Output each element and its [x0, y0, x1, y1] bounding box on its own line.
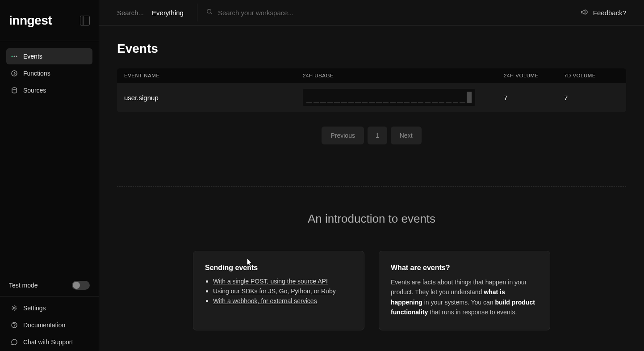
svg-point-8 [207, 9, 211, 13]
sidebar: inngest Events Functions Sources Test mo… [0, 0, 99, 351]
nav-item-chat-support[interactable]: Chat with Support [6, 334, 92, 350]
search-pills: Search... Everything [117, 9, 184, 17]
svg-point-3 [12, 71, 17, 76]
nav-item-events[interactable]: Events [6, 48, 92, 64]
card-what-are-events: What are events? Events are facts about … [379, 251, 550, 330]
usage-cell [303, 89, 504, 106]
col-header-name: EVENT NAME [124, 73, 303, 78]
list-item: Using our SDKs for JS, Go, Python, or Ru… [213, 287, 352, 295]
feedback-label: Feedback? [593, 9, 626, 17]
search-filter[interactable]: Everything [152, 9, 184, 17]
nav-item-settings[interactable]: Settings [6, 300, 92, 316]
gear-icon [11, 304, 18, 312]
sidebar-footer: Settings Documentation Chat with Support [0, 296, 99, 351]
list-item: With a webhook, for external services [213, 297, 352, 305]
col-header-24h: 24H VOLUME [504, 73, 564, 78]
topbar: Search... Everything Feedback? [99, 0, 644, 25]
nav-label: Sources [23, 87, 46, 94]
search-input[interactable] [218, 9, 581, 17]
test-mode-row: Test mode [0, 275, 99, 296]
search-icon [206, 8, 213, 17]
nav-item-functions[interactable]: Functions [6, 65, 92, 81]
sidebar-header: inngest [0, 0, 99, 41]
chat-icon [11, 338, 18, 346]
intro-cards: Sending events With a single POST, using… [117, 251, 626, 330]
page-title: Events [117, 42, 626, 56]
nav-item-sources[interactable]: Sources [6, 82, 92, 98]
divider [197, 4, 197, 21]
svg-point-2 [16, 56, 17, 57]
feedback-button[interactable]: Feedback? [581, 8, 635, 17]
logo: inngest [9, 13, 52, 28]
sources-icon [11, 87, 18, 94]
svg-point-0 [12, 56, 13, 57]
card-title: What are events? [391, 264, 538, 272]
next-button[interactable]: Next [391, 127, 422, 144]
usage-sparkline [303, 89, 475, 106]
card-title: Sending events [205, 264, 352, 272]
collapse-sidebar-button[interactable] [80, 16, 90, 25]
card-text: Events are facts about things that happe… [391, 277, 538, 317]
test-mode-label: Test mode [9, 282, 38, 289]
list-item: With a single POST, using the source API [213, 277, 352, 285]
page-number[interactable]: 1 [368, 127, 387, 144]
main: Search... Everything Feedback? Events EV… [99, 0, 644, 351]
nav-label: Chat with Support [23, 338, 73, 346]
megaphone-icon [581, 8, 589, 17]
svg-point-5 [13, 307, 15, 309]
svg-point-4 [12, 88, 17, 89]
link-source-api[interactable]: With a single POST, using the source API [213, 278, 328, 285]
event-name: user.signup [124, 94, 303, 101]
test-mode-toggle[interactable] [72, 281, 90, 290]
search-label[interactable]: Search... [117, 9, 144, 17]
search-wrap [206, 8, 581, 17]
link-sdks[interactable]: Using our SDKs for JS, Go, Python, or Ru… [213, 288, 336, 295]
link-webhook[interactable]: With a webhook, for external services [213, 297, 317, 304]
help-icon [11, 321, 18, 329]
nav-label: Documentation [23, 321, 65, 329]
table-header: EVENT NAME 24H USAGE 24H VOLUME 7D VOLUM… [117, 68, 626, 83]
nav-item-documentation[interactable]: Documentation [6, 317, 92, 333]
main-nav: Events Functions Sources [0, 41, 99, 275]
content: Events EVENT NAME 24H USAGE 24H VOLUME 7… [99, 25, 644, 351]
vol-24h: 7 [504, 94, 564, 101]
card-sending-events: Sending events With a single POST, using… [193, 251, 364, 330]
divider [117, 186, 626, 187]
pagination: Previous 1 Next [117, 127, 626, 144]
events-table: EVENT NAME 24H USAGE 24H VOLUME 7D VOLUM… [117, 68, 626, 112]
previous-button[interactable]: Previous [322, 127, 364, 144]
vol-7d: 7 [564, 94, 619, 101]
svg-point-1 [14, 56, 15, 57]
table-row[interactable]: user.signup 7 7 [117, 83, 626, 112]
col-header-7d: 7D VOLUME [564, 73, 619, 78]
functions-icon [11, 70, 18, 77]
events-icon [11, 53, 18, 60]
nav-label: Functions [23, 70, 50, 77]
nav-label: Events [23, 53, 42, 60]
svg-point-7 [14, 326, 14, 327]
col-header-usage: 24H USAGE [303, 73, 504, 78]
intro-title: An introduction to events [117, 212, 626, 226]
nav-label: Settings [23, 304, 46, 312]
